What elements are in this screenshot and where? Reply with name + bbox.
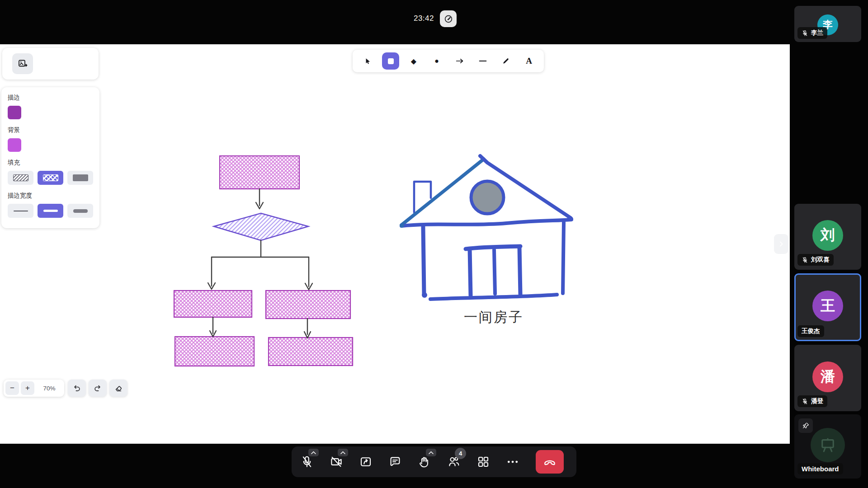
extra-bold-line-icon — [73, 209, 88, 213]
chevron-up-icon — [428, 450, 434, 455]
export-image-button[interactable] — [12, 53, 33, 74]
tool-arrow[interactable] — [451, 52, 468, 70]
mic-off-icon — [300, 455, 314, 469]
chevron-right-icon — [778, 240, 785, 248]
pencil-icon — [501, 56, 510, 66]
zoom-level[interactable]: 70% — [36, 385, 62, 392]
fill-crosshatch-button[interactable] — [38, 171, 63, 185]
tool-diamond[interactable]: ◆ — [405, 52, 422, 70]
mic-off-icon — [802, 398, 808, 405]
participant-name-pill: 王俊杰 — [797, 325, 824, 337]
solid-fill-icon — [73, 174, 88, 181]
participant-tile[interactable]: 李 李兰 — [794, 6, 861, 42]
unpin-button[interactable] — [798, 418, 813, 433]
thin-line-icon — [14, 211, 28, 211]
bold-line-icon — [43, 210, 58, 212]
more-dots-icon — [506, 455, 519, 469]
tool-ellipse[interactable]: ● — [428, 52, 445, 70]
flow-rect-bottom-left[interactable] — [175, 337, 254, 366]
avatar: 潘 — [812, 361, 843, 392]
tool-rectangle[interactable] — [382, 52, 399, 70]
mic-options-button[interactable] — [308, 449, 319, 456]
participant-name-pill: 刘双喜 — [797, 254, 834, 266]
tool-text[interactable]: A — [520, 52, 538, 70]
properties-panel: 描边 背景 填充 描边宽度 — [1, 87, 99, 228]
share-screen-button[interactable] — [357, 453, 375, 471]
tool-draw[interactable] — [497, 52, 514, 70]
gauge-icon — [443, 14, 453, 24]
house-drawing[interactable] — [400, 156, 571, 299]
whiteboard-canvas[interactable]: 一间房子 ◆ ● — [0, 44, 790, 444]
mic-off-icon — [802, 257, 808, 263]
participant-name-pill: 潘登 — [797, 395, 827, 407]
house-caption[interactable]: 一间房子 — [464, 310, 524, 324]
export-image-icon — [17, 58, 28, 69]
raise-hand-options-button[interactable] — [426, 449, 436, 456]
flowchart[interactable] — [174, 156, 353, 366]
fill-label: 填充 — [8, 159, 93, 167]
layout-button[interactable] — [474, 453, 492, 471]
stroke-label: 描边 — [8, 94, 93, 102]
fill-solid-button[interactable] — [67, 171, 93, 185]
participant-name: 刘双喜 — [811, 256, 830, 264]
whiteboard-tile-label: Whiteboard — [797, 463, 843, 474]
chat-button[interactable] — [386, 453, 404, 471]
stroke-width-extrabold-button[interactable] — [67, 204, 93, 218]
tool-selection[interactable] — [359, 52, 376, 70]
stroke-width-thin-button[interactable] — [8, 204, 33, 218]
circle-icon: ● — [434, 57, 439, 65]
participant-tile-selected[interactable]: 王 王俊杰 — [794, 273, 861, 341]
whiteboard-tile[interactable]: Whiteboard — [794, 414, 861, 479]
cursor-icon — [363, 57, 372, 66]
flow-rect-mid-left[interactable] — [174, 291, 252, 317]
camera-off-icon — [330, 455, 343, 469]
undo-button[interactable] — [68, 380, 86, 397]
house-wall-right — [563, 222, 564, 293]
stroke-width-bold-button[interactable] — [38, 204, 63, 218]
hang-up-button[interactable] — [536, 450, 564, 474]
microphone-button[interactable] — [298, 453, 316, 471]
pin-icon — [802, 422, 810, 430]
crosshatch-icon — [43, 174, 58, 181]
meeting-control-bar: 4 — [292, 446, 576, 477]
participant-tile[interactable]: 潘 潘登 — [794, 345, 861, 411]
camera-button[interactable] — [327, 453, 345, 471]
camera-options-button[interactable] — [338, 449, 348, 456]
fill-options — [8, 171, 93, 185]
chevron-up-icon — [311, 450, 316, 455]
export-card — [2, 48, 99, 80]
eraser-icon — [114, 384, 123, 393]
fill-hachure-button[interactable] — [8, 171, 33, 185]
tool-line[interactable] — [474, 52, 491, 70]
stroke-color-swatch[interactable] — [8, 106, 21, 119]
timer-button[interactable] — [440, 10, 457, 27]
participant-tile[interactable]: 刘 刘双喜 — [794, 204, 861, 270]
background-color-swatch[interactable] — [8, 138, 21, 152]
whiteboard-thumbnail — [811, 428, 845, 462]
redo-button[interactable] — [89, 380, 107, 397]
raise-hand-button[interactable] — [415, 453, 434, 471]
participant-name: 王俊杰 — [802, 327, 820, 335]
zoom-in-button[interactable]: + — [21, 381, 34, 395]
more-button[interactable] — [504, 453, 522, 471]
flow-rect-mid-right[interactable] — [266, 291, 350, 319]
zoom-controls: − + 70% — [4, 380, 64, 397]
flow-rect-bottom-right[interactable] — [269, 338, 353, 366]
participant-name: 潘登 — [811, 397, 823, 405]
house-eave — [401, 220, 571, 226]
layout-grid-icon — [476, 455, 490, 469]
participant-name-pill: 李兰 — [797, 27, 827, 39]
flow-rect-top[interactable] — [220, 156, 299, 189]
text-tool-icon: A — [526, 56, 532, 66]
shape-toolbar: ◆ ● A — [353, 50, 544, 72]
participants-button[interactable]: 4 — [445, 453, 463, 471]
collapse-panel-handle[interactable] — [774, 234, 788, 254]
mic-off-icon — [802, 30, 808, 37]
avatar: 王 — [812, 291, 843, 321]
clear-canvas-button[interactable] — [109, 380, 127, 397]
share-screen-icon — [359, 455, 373, 469]
participants-sidebar: 李 李兰 刘 刘双喜 王 王俊杰 潘 潘登 — [790, 0, 868, 488]
zoom-out-button[interactable]: − — [5, 381, 19, 395]
redo-icon — [93, 384, 102, 393]
flow-diamond[interactable] — [214, 213, 308, 240]
